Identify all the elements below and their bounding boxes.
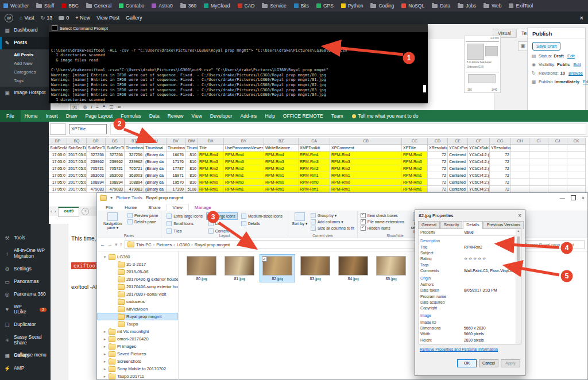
excel-cell[interactable]: Centered	[448, 172, 468, 179]
sidebar-item-all-in-one-wp-migration[interactable]: ↕All-in-One WP Migration	[0, 245, 51, 263]
align-icon[interactable]: ☰	[109, 104, 113, 110]
quote-icon[interactable]: ❝	[103, 104, 105, 110]
file-item-85-jpg[interactable]: 85.jpg	[374, 255, 408, 282]
excel-cell[interactable]: 72	[428, 165, 448, 172]
excel-cell[interactable]	[529, 172, 548, 179]
excel-cell[interactable]	[548, 179, 567, 186]
excel-cell[interactable]	[511, 165, 529, 172]
admin-bar-gallery[interactable]: Gallery	[126, 15, 142, 21]
excel-cell[interactable]: 810	[185, 165, 198, 172]
forward-icon[interactable]: →	[107, 242, 113, 247]
excel-column-header[interactable]: CA	[299, 138, 330, 145]
excel-cell[interactable]	[567, 165, 586, 172]
explorer-tab-file[interactable]: File	[100, 204, 119, 211]
excel-cell[interactable]	[567, 145, 586, 152]
excel-cell[interactable]	[567, 158, 586, 165]
maximize-icon[interactable]	[571, 195, 576, 200]
excel-cell[interactable]: (Binary da	[144, 152, 167, 158]
tree-item-20170406-lg-exterior-house[interactable]: 20170406 lg exterior house	[97, 276, 178, 283]
excel-column-header[interactable]: BX	[198, 138, 224, 145]
bookmark-item[interactable]: GPS	[316, 3, 334, 9]
excel-cell[interactable]: XResolutic	[428, 145, 448, 152]
excel-cell[interactable]	[567, 172, 586, 179]
excel-cell[interactable]: XPComment	[330, 145, 402, 152]
excel-cell[interactable]: Centered	[448, 158, 468, 165]
excel-cell[interactable]: RPM-Rm4	[224, 152, 264, 158]
excel-tab-add-ins[interactable]: Add-ins	[237, 110, 261, 122]
breadcrumb-item[interactable]: Royal prop mngmt	[195, 242, 230, 247]
excel-column-header[interactable]: CH	[511, 138, 529, 145]
bookmark-item[interactable]: ExifTool	[509, 3, 533, 9]
sidebar-item-dashboard[interactable]: ▦Dashboard	[0, 24, 51, 37]
bookmark-item[interactable]: Service	[262, 3, 286, 9]
excel-cell[interactable]	[548, 165, 567, 172]
excel-cell[interactable]: 108894	[87, 179, 106, 186]
bookmark-item[interactable]: General	[86, 3, 111, 9]
excel-cell[interactable]: SubSecTin	[67, 145, 87, 152]
excel-cell[interactable]: 363003	[125, 172, 144, 179]
excel-cell[interactable]: 72	[428, 179, 448, 186]
excel-cell[interactable]: RPM-Rm2	[224, 165, 264, 172]
excel-cell[interactable]: 17:05:0	[49, 152, 67, 158]
excel-column-header[interactable]: CJ	[548, 138, 567, 145]
excel-cell[interactable]: 327256	[106, 152, 125, 158]
admin-bar-view-post[interactable]: View Post	[96, 15, 119, 21]
excel-tab-page-layout[interactable]: Page Layout	[82, 110, 117, 122]
bookmark-item[interactable]: Weather	[3, 3, 29, 9]
excel-cell[interactable]: YCbCr4:2:(	[468, 172, 490, 179]
excel-cell[interactable]: RPM-Rm1	[198, 172, 224, 179]
bold-icon[interactable]: B	[83, 104, 87, 110]
excel-cell[interactable]: 17:05:0	[49, 186, 67, 193]
sidebar-subitem-add-new[interactable]: Add New	[0, 59, 51, 68]
sheet-nav-right-icon[interactable]: ›	[55, 209, 56, 214]
excel-tab-data[interactable]: Data	[145, 110, 164, 122]
excel-cell[interactable]: Thumbnai	[125, 145, 144, 152]
excel-cell[interactable]: Title	[198, 145, 224, 152]
excel-tab-developer[interactable]: Developer	[206, 110, 237, 122]
dialog-tab-general[interactable]: General	[418, 221, 440, 229]
button-details-pane[interactable]: Details pane	[127, 219, 158, 225]
excel-cell[interactable]: 108894	[106, 179, 125, 186]
excel-column-header[interactable]: CB	[330, 138, 402, 145]
excel-cell[interactable]: RPM-Rm3	[299, 158, 330, 165]
tree-item-taupo-201711[interactable]: ▸Taupo 201711	[97, 373, 178, 380]
layout-option-extra-large-icons[interactable]: Extra large icons	[164, 212, 205, 220]
publish-row-action[interactable]: Edit	[583, 79, 588, 84]
tree-item-lg360[interactable]: ▾LG360	[97, 253, 178, 261]
dialog-tab-previous-versions[interactable]: Previous Versions	[483, 221, 524, 229]
excel-cell[interactable]: 2017:05:0	[67, 165, 87, 172]
layout-option-large-icons[interactable]: Large icons	[206, 212, 238, 220]
history-chevron-icon[interactable]: ▾	[115, 242, 118, 247]
excel-cell[interactable]: 19570	[167, 179, 185, 186]
tree-item-mt-vic-moonlight[interactable]: ▸mt Vic moonlight	[97, 328, 178, 335]
property-value[interactable]: Wall-Paint-C1, Floor-Vinyl-C2...	[464, 269, 520, 273]
tree-item-mtvicmoon[interactable]: MtVicMoon	[97, 305, 178, 313]
excel-column-header[interactable]: CI	[529, 138, 548, 145]
tree-item-sony-mobile-to-20170702[interactable]: ▸Sony Mobile to 20170702	[97, 365, 178, 373]
excel-cell[interactable]: YCbCrPosi	[448, 145, 468, 152]
bookmark-item[interactable]: Bits	[294, 3, 309, 9]
item-checkbox-icon[interactable]: ✓	[262, 257, 267, 262]
admin-bar-new[interactable]: + New	[75, 15, 90, 21]
explorer-tab-view[interactable]: View	[167, 204, 189, 211]
excel-cell[interactable]: 72	[490, 165, 511, 172]
fullscreen-icon[interactable]: ▣	[518, 41, 528, 51]
excel-column-header[interactable]: CK	[567, 138, 586, 145]
excel-column-header[interactable]: BW	[185, 138, 198, 145]
excel-cell[interactable]: RPM-Rm3	[402, 158, 428, 165]
tree-item-20170807-donal-visit[interactable]: 20170807-donal visit	[97, 290, 178, 298]
excel-cell[interactable]: Centered	[448, 152, 468, 158]
excel-cell[interactable]: RPM-Rm0	[224, 179, 264, 186]
excel-cell[interactable]: (Binary da	[144, 158, 167, 165]
excel-cell[interactable]: 17:05:0	[49, 172, 67, 179]
excel-cell[interactable]: RPM-Rm2	[264, 165, 299, 172]
tree-item-saved-pictures[interactable]: ▸Saved Pictures	[97, 350, 178, 358]
excel-cell[interactable]: 16971	[167, 172, 185, 179]
button-group-by[interactable]: Group by ▾	[311, 212, 354, 219]
sidebar-item-settings[interactable]: ⚙Settings	[0, 263, 51, 276]
excel-tell-me[interactable]: Tell me what you want to do	[352, 113, 419, 119]
excel-cell[interactable]: YResolution	[490, 145, 511, 152]
excel-cell[interactable]: RPM-Rm1	[330, 172, 402, 179]
excel-cell[interactable]	[529, 179, 548, 186]
excel-cell[interactable]: YCbCr4:2:(	[468, 152, 490, 158]
